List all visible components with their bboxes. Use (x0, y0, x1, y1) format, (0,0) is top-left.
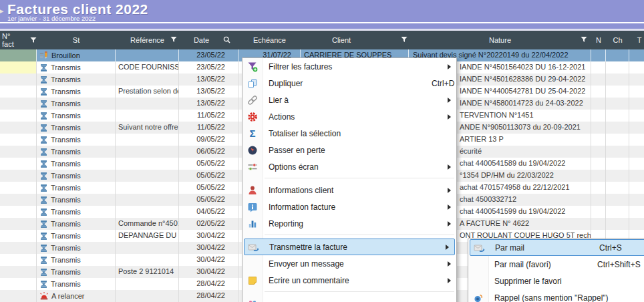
filter-icon[interactable] (170, 36, 177, 43)
cell-status[interactable]: Transmis (37, 170, 116, 182)
cell-reference[interactable] (116, 278, 179, 290)
cell-n[interactable] (591, 206, 606, 218)
cell-t[interactable] (629, 194, 644, 206)
cell-status[interactable]: Transmis (37, 73, 116, 86)
submenu-item-supprimer-le-favori[interactable]: Supprimer le favori (468, 273, 644, 289)
cell-status[interactable]: Transmis (37, 218, 116, 230)
cell-ch[interactable] (606, 206, 629, 218)
cell-nofact[interactable] (0, 266, 37, 278)
cell-reference[interactable] (116, 98, 179, 110)
menu-item-actions[interactable]: Actions (243, 108, 456, 125)
cell-reference[interactable] (116, 254, 179, 266)
menu-item-options-specifiques[interactable] (243, 295, 456, 302)
cell-date[interactable]: 28/04/22 (179, 278, 238, 290)
cell-date[interactable]: 02/05/22 (179, 218, 238, 230)
cell-date[interactable]: 09/05/22 (179, 134, 238, 146)
cell-reference[interactable]: Suivant notre offre (116, 122, 179, 134)
cell-t[interactable] (629, 61, 644, 73)
cell-status[interactable]: Transmis (37, 61, 116, 73)
cell-status[interactable]: Transmis (37, 194, 116, 206)
cell-nofact[interactable] (0, 122, 37, 134)
cell-status[interactable]: Transmis (37, 146, 116, 158)
cell-nofact[interactable] (0, 242, 37, 254)
cell-reference[interactable] (116, 73, 179, 86)
cell-t[interactable] (629, 218, 644, 230)
cell-n[interactable] (591, 170, 606, 182)
cell-status[interactable]: Transmis (37, 158, 116, 170)
cell-nofact[interactable] (0, 254, 37, 266)
cell-t[interactable] (629, 98, 644, 110)
cell-date[interactable]: 05/05/22 (179, 170, 238, 182)
menu-item-filtrer-les-factures[interactable]: Filtrer les factures (243, 58, 456, 75)
cell-nofact[interactable] (0, 218, 37, 230)
cell-t[interactable] (629, 146, 644, 158)
cell-nofact[interactable] (0, 73, 37, 86)
cell-nofact[interactable] (0, 230, 37, 242)
cell-nofact[interactable] (0, 110, 37, 122)
cell-reference[interactable]: DEPANNAGE DU P (116, 230, 179, 242)
cell-status[interactable]: Transmis (37, 110, 116, 122)
cell-t[interactable] (629, 182, 644, 194)
cell-date[interactable]: 13/05/22 (179, 73, 238, 86)
cell-nofact[interactable] (0, 146, 37, 158)
column-header-reference[interactable]: Référence (116, 31, 179, 49)
cell-nofact[interactable] (0, 49, 37, 61)
cell-status[interactable]: Transmis (37, 86, 116, 98)
cell-date[interactable]: 06/05/22 (179, 146, 238, 158)
cell-ch[interactable] (606, 73, 629, 86)
cell-date[interactable]: 11/05/22 (179, 122, 238, 134)
cell-date[interactable]: 30/04/22 (179, 230, 238, 242)
cell-nofact[interactable] (0, 182, 37, 194)
cell-reference[interactable]: Prestation selon de (116, 86, 179, 98)
cell-reference[interactable] (116, 158, 179, 170)
menu-item-information-facture[interactable]: Information facture (243, 198, 456, 215)
cell-date[interactable]: 28/04/22 (179, 290, 238, 302)
cell-ch[interactable] (606, 218, 629, 230)
cell-nofact[interactable] (0, 290, 37, 302)
cell-t[interactable] (629, 49, 644, 61)
menu-item-reporting[interactable]: Reporting (243, 215, 456, 232)
column-header-echeance[interactable]: Echéance (238, 31, 301, 49)
cell-reference[interactable]: Commande n°4501 (116, 218, 179, 230)
cell-nofact[interactable] (0, 278, 37, 290)
cell-status[interactable]: Transmis (37, 254, 116, 266)
cell-ch[interactable] (606, 194, 629, 206)
column-header-nofact[interactable]: N° fact (0, 31, 37, 49)
cell-date[interactable]: 23/05/22 (179, 61, 238, 73)
cell-date[interactable]: 30/04/22 (179, 266, 238, 278)
menu-item-passer-en-perte[interactable]: Passer en perte (243, 142, 456, 158)
cell-n[interactable] (591, 61, 606, 73)
cell-reference[interactable] (116, 49, 179, 61)
cell-n[interactable] (591, 182, 606, 194)
cell-reference[interactable] (116, 290, 179, 302)
column-header-date[interactable]: Date (179, 31, 238, 49)
cell-nofact[interactable] (0, 134, 37, 146)
chevron-right-icon[interactable]: ▶ (0, 7, 5, 16)
column-header-t[interactable]: T (629, 31, 644, 49)
menu-item-options-ecran[interactable]: Options écran (243, 158, 456, 175)
cell-nofact[interactable] (0, 86, 37, 98)
cell-status[interactable]: Transmis (37, 98, 116, 110)
cell-reference[interactable] (116, 242, 179, 254)
cell-date[interactable]: 11/05/22 (179, 110, 238, 122)
cell-status[interactable]: Transmis (37, 206, 116, 218)
cell-ch[interactable] (606, 86, 629, 98)
cell-status[interactable]: Transmis (37, 278, 116, 290)
cell-reference[interactable] (116, 110, 179, 122)
cell-reference[interactable]: Poste 2 9121014 (116, 266, 179, 278)
cell-ch[interactable] (606, 182, 629, 194)
column-header-ch[interactable]: Ch (606, 31, 629, 49)
menu-item-ecrire-un-commentaire[interactable]: Ecrire un commentaire (243, 272, 456, 289)
cell-n[interactable] (591, 49, 606, 61)
cell-ch[interactable] (606, 146, 629, 158)
cell-ch[interactable] (606, 49, 629, 61)
cell-ch[interactable] (606, 110, 629, 122)
cell-t[interactable] (629, 158, 644, 170)
column-header-client[interactable]: Client (301, 31, 409, 49)
menu-item-lier-a[interactable]: Lier à (243, 92, 456, 108)
cell-date[interactable]: 13/05/22 (179, 98, 238, 110)
cell-reference[interactable] (116, 194, 179, 206)
cell-n[interactable] (591, 158, 606, 170)
submenu-item-par-mail[interactable]: Par mailCtrl+S (470, 239, 644, 256)
menu-item-transmettre-la-facture[interactable]: Transmettre la facture (244, 239, 455, 255)
